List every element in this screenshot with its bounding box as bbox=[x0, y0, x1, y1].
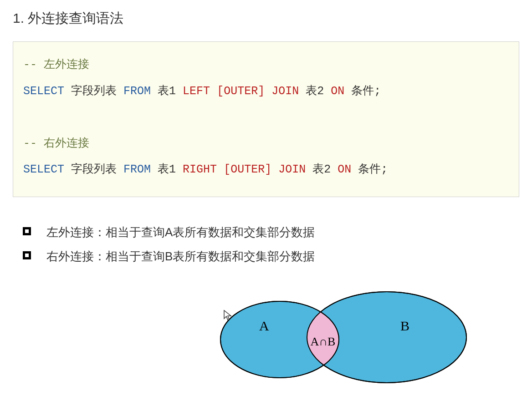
section-heading: 1. 外连接查询语法 bbox=[13, 9, 519, 28]
sql-comment: -- 右外连接 bbox=[23, 137, 89, 150]
kw-from: FROM bbox=[123, 85, 151, 98]
sql-table1: 表1 bbox=[158, 163, 176, 176]
kw-select: SELECT bbox=[23, 163, 64, 176]
kw-join: JOIN bbox=[271, 85, 299, 98]
kw-left: LEFT bbox=[183, 85, 210, 98]
sql-condition: 条件; bbox=[358, 163, 388, 176]
venn-diagram: A B A∩B bbox=[218, 287, 473, 387]
kw-join: JOIN bbox=[278, 163, 306, 176]
code-block: -- 左外连接 SELECT 字段列表 FROM 表1 LEFT [OUTER]… bbox=[13, 41, 519, 197]
bullet-item: 右外连接：相当于查询B表所有数据和交集部分数据 bbox=[23, 249, 519, 264]
sql-condition: 条件; bbox=[351, 85, 381, 98]
venn-svg: A B A∩B bbox=[218, 287, 473, 387]
kw-on: ON bbox=[331, 85, 344, 98]
kw-outer: [OUTER] bbox=[217, 85, 265, 98]
venn-diagram-container: A B A∩B bbox=[13, 287, 519, 387]
venn-label-intersect: A∩B bbox=[311, 335, 336, 348]
sql-table2: 表2 bbox=[306, 85, 324, 98]
kw-outer: [OUTER] bbox=[224, 163, 271, 176]
sql-fields: 字段列表 bbox=[71, 85, 117, 98]
bullet-item: 左外连接：相当于查询A表所有数据和交集部分数据 bbox=[23, 224, 519, 240]
sql-comment: -- 左外连接 bbox=[23, 58, 89, 71]
venn-label-b: B bbox=[400, 318, 409, 333]
kw-from: FROM bbox=[123, 163, 151, 176]
bullet-list: 左外连接：相当于查询A表所有数据和交集部分数据 右外连接：相当于查询B表所有数据… bbox=[13, 224, 519, 264]
sql-table2: 表2 bbox=[312, 163, 331, 176]
sql-fields: 字段列表 bbox=[71, 163, 117, 176]
kw-on: ON bbox=[338, 163, 351, 176]
kw-select: SELECT bbox=[23, 85, 64, 98]
venn-label-a: A bbox=[259, 318, 269, 333]
kw-right: RIGHT bbox=[183, 163, 217, 176]
sql-table1: 表1 bbox=[158, 85, 176, 98]
